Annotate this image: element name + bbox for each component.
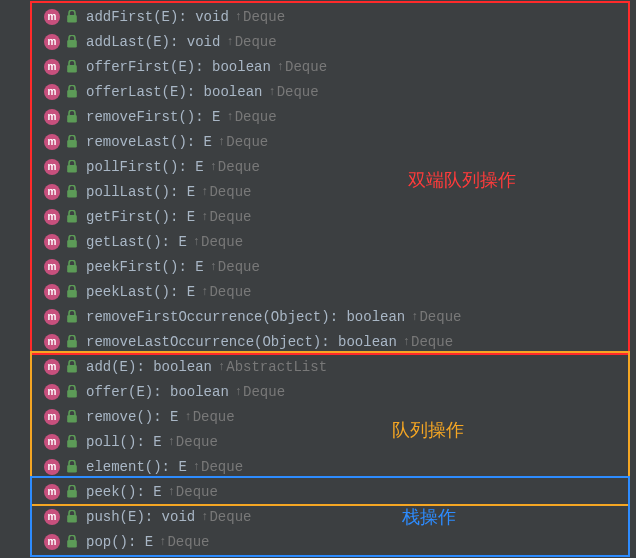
- list-item[interactable]: mremoveFirstOccurrence(Object): boolean↑…: [0, 304, 636, 329]
- method-badge-icon: m: [44, 509, 60, 525]
- method-signature: offer(E): boolean: [86, 384, 229, 400]
- method-badge-icon: m: [44, 84, 60, 100]
- list-item[interactable]: mpeek(): E↑Deque: [0, 479, 636, 504]
- up-arrow-icon: ↑: [193, 235, 200, 249]
- up-arrow-icon: ↑: [159, 535, 166, 549]
- list-item[interactable]: mpush(E): void↑Deque: [0, 504, 636, 529]
- svg-rect-16: [67, 415, 77, 423]
- method-badge-icon: m: [44, 284, 60, 300]
- method-signature: push(E): void: [86, 509, 195, 525]
- svg-rect-13: [67, 340, 77, 348]
- svg-rect-9: [67, 240, 77, 248]
- override-class: Deque: [193, 409, 235, 425]
- override-class: Deque: [235, 109, 277, 125]
- svg-rect-17: [67, 440, 77, 448]
- list-item[interactable]: mgetLast(): E↑Deque: [0, 229, 636, 254]
- list-item[interactable]: mpeekFirst(): E↑Deque: [0, 254, 636, 279]
- svg-rect-11: [67, 290, 77, 298]
- method-badge-icon: m: [44, 309, 60, 325]
- override-source: ↑Deque: [184, 409, 234, 425]
- svg-rect-5: [67, 140, 77, 148]
- list-item[interactable]: mremoveLast(): E↑Deque: [0, 129, 636, 154]
- up-arrow-icon: ↑: [201, 510, 208, 524]
- list-item[interactable]: mpollLast(): E↑Deque: [0, 179, 636, 204]
- method-signature: addFirst(E): void: [86, 9, 229, 25]
- svg-rect-7: [67, 190, 77, 198]
- override-source: ↑Deque: [226, 109, 276, 125]
- lock-icon: [66, 285, 78, 299]
- list-item[interactable]: mofferFirst(E): boolean↑Deque: [0, 54, 636, 79]
- lock-icon: [66, 210, 78, 224]
- override-source: ↑Deque: [201, 284, 251, 300]
- override-class: Deque: [176, 434, 218, 450]
- up-arrow-icon: ↑: [201, 210, 208, 224]
- up-arrow-icon: ↑: [411, 310, 418, 324]
- list-item[interactable]: mgetFirst(): E↑Deque: [0, 204, 636, 229]
- svg-rect-8: [67, 215, 77, 223]
- lock-icon: [66, 135, 78, 149]
- list-item[interactable]: mpeekLast(): E↑Deque: [0, 279, 636, 304]
- list-item[interactable]: melement(): E↑Deque: [0, 454, 636, 479]
- lock-icon: [66, 360, 78, 374]
- method-signature: removeLastOccurrence(Object): boolean: [86, 334, 397, 350]
- list-item[interactable]: maddLast(E): void↑Deque: [0, 29, 636, 54]
- list-item[interactable]: mpollFirst(): E↑Deque: [0, 154, 636, 179]
- override-source: ↑Deque: [226, 34, 276, 50]
- list-item[interactable]: mpoll(): E↑Deque: [0, 429, 636, 454]
- override-class: AbstractList: [226, 359, 327, 375]
- list-item[interactable]: madd(E): boolean↑AbstractList: [0, 354, 636, 379]
- override-source: ↑Deque: [193, 459, 243, 475]
- svg-rect-10: [67, 265, 77, 273]
- svg-rect-19: [67, 490, 77, 498]
- method-signature: addLast(E): void: [86, 34, 220, 50]
- override-source: ↑Deque: [201, 184, 251, 200]
- override-class: Deque: [243, 9, 285, 25]
- override-source: ↑Deque: [235, 9, 285, 25]
- method-signature: add(E): boolean: [86, 359, 212, 375]
- override-class: Deque: [201, 234, 243, 250]
- method-badge-icon: m: [44, 234, 60, 250]
- svg-rect-3: [67, 90, 77, 98]
- up-arrow-icon: ↑: [268, 85, 275, 99]
- method-badge-icon: m: [44, 9, 60, 25]
- up-arrow-icon: ↑: [235, 385, 242, 399]
- method-signature: offerFirst(E): boolean: [86, 59, 271, 75]
- method-signature: getLast(): E: [86, 234, 187, 250]
- method-badge-icon: m: [44, 109, 60, 125]
- up-arrow-icon: ↑: [235, 10, 242, 24]
- lock-icon: [66, 385, 78, 399]
- method-signature: offerLast(E): boolean: [86, 84, 262, 100]
- override-source: ↑Deque: [201, 209, 251, 225]
- svg-rect-2: [67, 65, 77, 73]
- list-item[interactable]: mpop(): E↑Deque: [0, 529, 636, 554]
- lock-icon: [66, 235, 78, 249]
- lock-icon: [66, 435, 78, 449]
- list-item[interactable]: moffer(E): boolean↑Deque: [0, 379, 636, 404]
- method-signature: removeFirstOccurrence(Object): boolean: [86, 309, 405, 325]
- lock-icon: [66, 460, 78, 474]
- up-arrow-icon: ↑: [210, 260, 217, 274]
- method-signature: removeLast(): E: [86, 134, 212, 150]
- override-class: Deque: [176, 484, 218, 500]
- override-source: ↑Deque: [159, 534, 209, 550]
- lock-icon: [66, 35, 78, 49]
- up-arrow-icon: ↑: [277, 60, 284, 74]
- list-item[interactable]: maddFirst(E): void↑Deque: [0, 4, 636, 29]
- up-arrow-icon: ↑: [210, 160, 217, 174]
- svg-rect-15: [67, 390, 77, 398]
- lock-icon: [66, 110, 78, 124]
- up-arrow-icon: ↑: [226, 35, 233, 49]
- method-signature: getFirst(): E: [86, 209, 195, 225]
- override-class: Deque: [209, 509, 251, 525]
- method-badge-icon: m: [44, 359, 60, 375]
- list-item[interactable]: mremove(): E↑Deque: [0, 404, 636, 429]
- method-signature: peekFirst(): E: [86, 259, 204, 275]
- list-item[interactable]: mremoveLastOccurrence(Object): boolean↑D…: [0, 329, 636, 354]
- lock-icon: [66, 510, 78, 524]
- list-item[interactable]: mremoveFirst(): E↑Deque: [0, 104, 636, 129]
- method-badge-icon: m: [44, 159, 60, 175]
- up-arrow-icon: ↑: [168, 435, 175, 449]
- override-class: Deque: [285, 59, 327, 75]
- method-badge-icon: m: [44, 59, 60, 75]
- list-item[interactable]: mofferLast(E): boolean↑Deque: [0, 79, 636, 104]
